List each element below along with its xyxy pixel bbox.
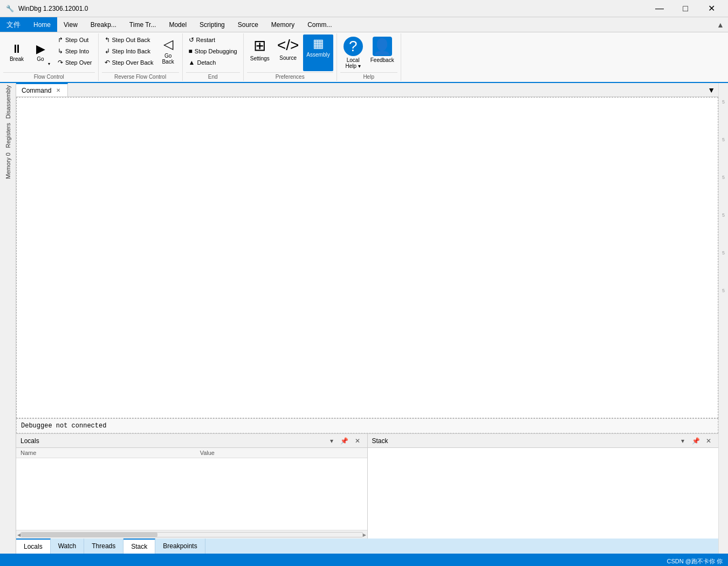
bottom-tab-bar: Locals Watch Threads Stack Breakpoints <box>16 539 718 554</box>
tab-stack[interactable]: Stack <box>123 539 155 554</box>
locals-dropdown-button[interactable]: ▾ <box>326 436 337 446</box>
assembly-button[interactable]: ▦ Assembly <box>303 34 333 71</box>
title-bar: 🔧 WinDbg 1.2306.12001.0 — □ ✕ <box>0 0 728 17</box>
app-title: WinDbg 1.2306.12001.0 <box>18 5 647 12</box>
step-over-back-icon: ↶ <box>105 59 110 66</box>
stop-debugging-button[interactable]: ■ Stop Debugging <box>186 46 240 57</box>
menu-item-comm[interactable]: Comm... <box>301 17 338 32</box>
tab-breakpoints[interactable]: Breakpoints <box>155 539 205 554</box>
flow-control-label: Flow Control <box>3 72 95 80</box>
tab-watch[interactable]: Watch <box>51 539 85 554</box>
go-back-icon: ◁ <box>163 37 173 52</box>
locals-scrollbar[interactable]: ◂ ▸ <box>16 530 367 539</box>
step-into-button[interactable]: ↳ Step Into <box>55 46 95 57</box>
status-line: Debuggee not connected <box>16 418 718 433</box>
ribbon-collapse-button[interactable]: ▲ <box>713 17 728 32</box>
right-num-5: 5 <box>719 250 728 256</box>
step-buttons: ↱ Step Out ↳ Step Into ↷ Step Over <box>55 34 95 68</box>
step-out-back-button[interactable]: ↰ Step Out Back <box>102 34 156 45</box>
maximize-button[interactable]: □ <box>673 0 698 17</box>
step-out-back-icon: ↰ <box>105 36 110 44</box>
step-out-button[interactable]: ↱ Step Out <box>55 34 95 45</box>
settings-icon: ⊞ <box>253 37 266 54</box>
right-num-3: 5 <box>719 175 728 180</box>
go-label: Go <box>37 56 44 62</box>
close-button[interactable]: ✕ <box>699 0 724 17</box>
reverse-step-buttons: ↰ Step Out Back ↲ Step Into Back ↶ Step … <box>102 34 156 68</box>
step-over-label: Step Over <box>65 59 92 66</box>
tab-threads[interactable]: Threads <box>84 539 123 554</box>
step-over-button[interactable]: ↷ Step Over <box>55 57 95 68</box>
menu-item-home[interactable]: Home <box>27 17 57 32</box>
stack-panel: Stack ▾ 📌 ✕ <box>368 434 719 539</box>
restart-button[interactable]: ↺ Restart <box>186 34 240 45</box>
locals-col-value: Value <box>196 448 367 458</box>
stack-pin-button[interactable]: 📌 <box>690 436 701 446</box>
locals-panel: Locals ▾ 📌 ✕ Name Value <box>16 434 368 539</box>
feedback-button[interactable]: 👤 Feedback <box>367 34 397 71</box>
scrollbar-track[interactable] <box>20 532 363 537</box>
step-out-back-label: Step Out Back <box>112 37 150 43</box>
menu-item-breakp[interactable]: Breakp... <box>84 17 123 32</box>
stack-panel-title: Stack <box>372 437 676 445</box>
ribbon-group-end: ↺ Restart ■ Stop Debugging ▲ Detach End <box>183 33 244 81</box>
sidebar-registers[interactable]: Registers <box>4 121 12 150</box>
window-controls: — □ ✕ <box>647 0 724 17</box>
locals-pin-button[interactable]: 📌 <box>339 436 350 446</box>
source-pref-button[interactable]: </> Source <box>274 34 302 71</box>
step-over-back-button[interactable]: ↶ Step Over Back <box>102 57 156 68</box>
end-content: ↺ Restart ■ Stop Debugging ▲ Detach <box>186 34 240 71</box>
preferences-content: ⊞ Settings </> Source ▦ Assembly <box>247 34 333 71</box>
ribbon-group-preferences: ⊞ Settings </> Source ▦ Assembly Prefere… <box>244 33 337 81</box>
go-dropdown-icon: ▾ <box>48 61 50 66</box>
app-icon: 🔧 <box>4 3 15 14</box>
menu-item-scripting[interactable]: Scripting <box>193 17 231 32</box>
menu-item-timetr[interactable]: Time Tr... <box>123 17 163 32</box>
right-scroll-numbers: 5 5 5 5 5 5 <box>718 83 728 554</box>
ribbon-group-reverse-flow: ↰ Step Out Back ↲ Step Into Back ↶ Step … <box>99 33 183 81</box>
minimize-button[interactable]: — <box>647 0 672 17</box>
menu-item-file[interactable]: 文件 <box>0 17 27 32</box>
feedback-label: Feedback <box>370 57 394 63</box>
command-area[interactable] <box>16 97 718 418</box>
step-into-icon: ↳ <box>58 47 63 55</box>
menu-item-source[interactable]: Source <box>231 17 265 32</box>
scroll-right-icon[interactable]: ▸ <box>363 531 366 539</box>
pause-icon: ⏸ <box>11 42 23 56</box>
tab-bar: Command ✕ ▼ <box>16 83 718 97</box>
status-bar: CSDN @跑不卡你 你 <box>0 554 728 566</box>
bottom-panels: Locals ▾ 📌 ✕ Name Value <box>16 433 718 539</box>
go-button[interactable]: ▶ Go ▾ <box>29 36 52 68</box>
settings-button[interactable]: ⊞ Settings <box>247 34 273 71</box>
tab-locals[interactable]: Locals <box>16 539 51 554</box>
stack-dropdown-button[interactable]: ▾ <box>677 436 688 446</box>
local-help-button[interactable]: ? LocalHelp ▾ <box>340 34 366 71</box>
help-label: Help <box>340 72 397 80</box>
step-into-back-icon: ↲ <box>105 47 110 55</box>
step-into-label: Step Into <box>65 48 89 54</box>
menu-item-model[interactable]: Model <box>162 17 193 32</box>
menu-item-view[interactable]: View <box>57 17 84 32</box>
step-over-back-label: Step Over Back <box>112 59 154 66</box>
break-go-section: ⏸ Break ▶ Go ▾ <box>3 34 54 69</box>
end-buttons: ↺ Restart ■ Stop Debugging ▲ Detach <box>186 34 240 68</box>
menu-item-memory[interactable]: Memory <box>265 17 301 32</box>
go-btn-col: ▶ Go ▾ <box>29 36 52 68</box>
go-back-button[interactable]: ◁ GoBack <box>157 34 179 71</box>
tab-dropdown[interactable]: ▼ <box>704 83 718 96</box>
reverse-flow-content: ↰ Step Out Back ↲ Step Into Back ↶ Step … <box>102 34 179 71</box>
reverse-flow-label: Reverse Flow Control <box>102 72 179 80</box>
sidebar-memory[interactable]: Memory 0 <box>4 150 12 181</box>
break-button[interactable]: ⏸ Break <box>5 36 28 68</box>
ribbon: ⏸ Break ▶ Go ▾ ↱ Step Out <box>0 32 728 83</box>
source-pref-label: Source <box>279 55 297 61</box>
stack-close-button[interactable]: ✕ <box>703 436 714 446</box>
command-tab-close[interactable]: ✕ <box>54 87 62 94</box>
step-into-back-button[interactable]: ↲ Step Into Back <box>102 46 156 57</box>
sidebar-disassembly[interactable]: Disassembly <box>4 83 12 121</box>
stack-panel-content <box>368 448 719 539</box>
locals-close-button[interactable]: ✕ <box>352 436 363 446</box>
detach-button[interactable]: ▲ Detach <box>186 57 240 68</box>
command-tab[interactable]: Command ✕ <box>16 83 68 96</box>
menu-bar: 文件 Home View Breakp... Time Tr... Model … <box>0 17 728 32</box>
